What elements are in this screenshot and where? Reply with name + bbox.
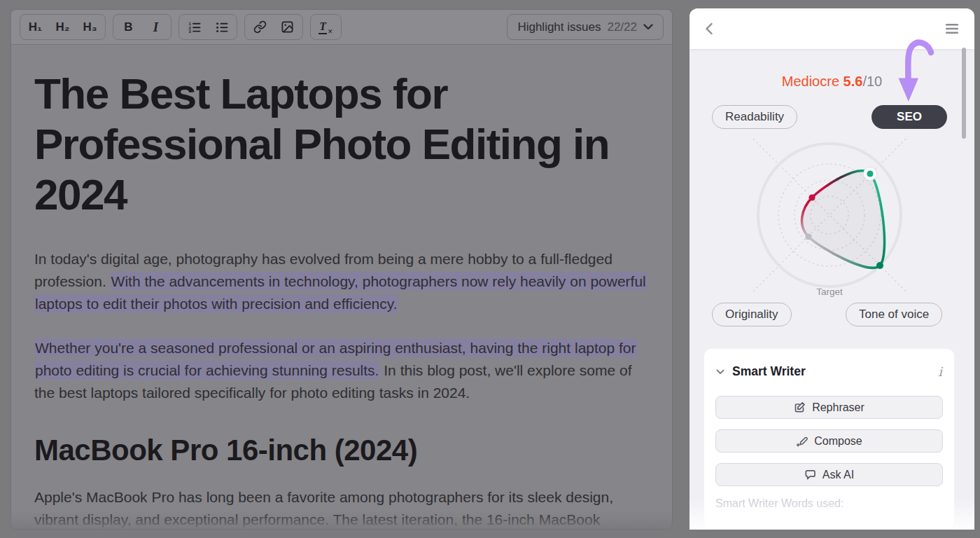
chevron-down-icon — [716, 369, 724, 375]
rephraser-button[interactable]: Rephraser — [715, 396, 943, 419]
chevron-down-icon — [643, 24, 653, 30]
originality-point — [805, 233, 811, 240]
image-icon — [281, 20, 294, 34]
clear-formatting-button[interactable]: T✕ — [312, 15, 340, 39]
clear-formatting-icon: T✕ — [318, 20, 332, 35]
tone-of-voice-point — [876, 262, 883, 269]
list-button-group: 123 — [178, 14, 237, 40]
smart-writer-card: Smart Writer i Rephraser Compose Ask AI … — [704, 349, 954, 530]
bold-button[interactable]: B — [115, 15, 142, 39]
info-icon[interactable]: i — [938, 366, 942, 378]
ordered-list-button[interactable]: 123 — [181, 15, 208, 39]
tab-seo[interactable]: SEO — [872, 105, 947, 129]
highlighted-sentence: With the advancements in technology, pho… — [34, 272, 647, 313]
paragraph-1: In today's digital age, photography has … — [34, 248, 649, 315]
highlight-issues-count: 22/22 — [607, 20, 637, 34]
paragraph-3: Apple's MacBook Pro has long been a favo… — [34, 486, 649, 530]
score-value: 5.6 — [844, 74, 863, 89]
document-content[interactable]: The Best Laptops for Professional Photo … — [11, 45, 672, 530]
italic-button[interactable]: I — [142, 15, 169, 39]
score-radar-gauge: Target — [718, 137, 941, 301]
link-icon — [253, 20, 267, 34]
compose-icon — [796, 435, 808, 447]
highlight-issues-label: Highlight issues — [517, 20, 601, 34]
score-rating-label: Mediocre — [782, 74, 839, 89]
ordered-list-icon: 123 — [188, 20, 202, 34]
svg-text:3: 3 — [188, 29, 191, 34]
compose-button[interactable]: Compose — [715, 429, 943, 453]
smart-writer-title: Smart Writer — [732, 364, 806, 379]
hamburger-icon — [945, 23, 959, 34]
tab-tone-of-voice[interactable]: Tone of voice — [846, 303, 942, 326]
overall-score: Mediocre 5.6/10 — [690, 74, 974, 90]
target-label: Target — [816, 287, 843, 297]
editor-toolbar: H₁ H₂ H₃ B I 123 — [11, 10, 672, 45]
insert-button-group — [244, 14, 303, 40]
seo-assistant-panel: Mediocre 5.6/10 Readability SEO Original… — [690, 8, 974, 530]
heading2-button[interactable]: H₂ — [49, 15, 76, 39]
heading1-button[interactable]: H₁ — [22, 15, 49, 39]
rephraser-icon — [794, 401, 806, 413]
back-button[interactable] — [705, 22, 713, 35]
score-max: /10 — [862, 74, 882, 89]
panel-scrollbar[interactable] — [962, 48, 966, 139]
heading3-button[interactable]: H₃ — [76, 15, 104, 39]
unordered-list-button[interactable] — [208, 15, 235, 39]
document-heading-2: MacBook Pro 16-inch (2024) — [34, 434, 649, 467]
ask-ai-button[interactable]: Ask AI — [715, 463, 943, 486]
heading-button-group: H₁ H₂ H₃ — [20, 14, 106, 40]
score-blob-fill — [802, 171, 885, 268]
highlight-issues-dropdown[interactable]: Highlight issues 22/22 — [507, 14, 664, 40]
tab-readability[interactable]: Readability — [712, 105, 797, 129]
document-title: The Best Laptops for Professional Photo … — [34, 69, 649, 220]
seo-point-selected — [864, 167, 877, 181]
chevron-left-icon — [705, 22, 713, 35]
panel-header — [690, 8, 974, 49]
words-used-label: Smart Writer Words used: — [715, 497, 943, 510]
clear-format-group: T✕ — [310, 14, 342, 40]
unordered-list-icon — [215, 20, 229, 34]
image-button[interactable] — [274, 15, 301, 39]
readability-point — [808, 194, 815, 200]
chat-bubble-icon — [804, 469, 816, 481]
style-button-group: B I — [113, 14, 172, 40]
smart-writer-header[interactable]: Smart Writer i — [704, 349, 954, 379]
link-button[interactable] — [246, 15, 274, 39]
paragraph-2: Whether you're a seasoned professional o… — [34, 337, 649, 404]
text-editor[interactable]: H₁ H₂ H₃ B I 123 — [10, 9, 673, 530]
menu-button[interactable] — [945, 23, 959, 34]
tab-originality[interactable]: Originality — [712, 303, 792, 326]
